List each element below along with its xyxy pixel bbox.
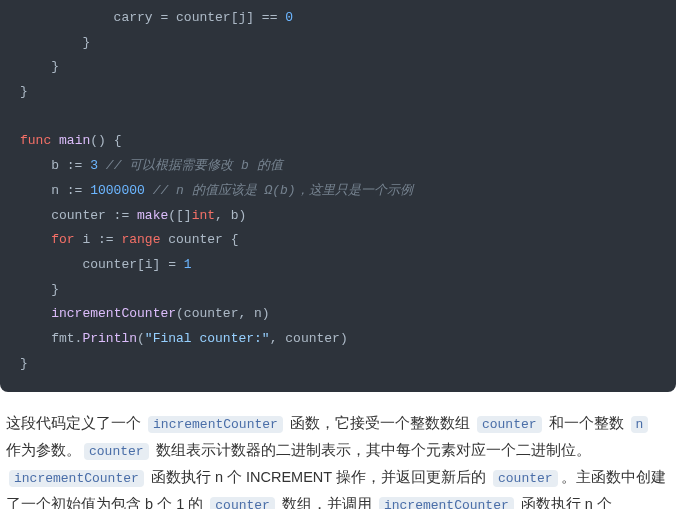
explanation-paragraph: 这段代码定义了一个 incrementCounter 函数，它接受一个整数数组 … <box>0 392 676 509</box>
code-line: b := 3 // 可以根据需要修改 b 的值 <box>20 158 283 173</box>
prose-text: 作为参数。 <box>6 442 81 458</box>
code-line: incrementCounter(counter, n) <box>20 306 270 321</box>
code-block: carry = counter[j] == 0 } } } func main(… <box>0 0 676 392</box>
code-line: counter[i] = 1 <box>20 257 192 272</box>
inline-code: counter <box>493 470 558 487</box>
code-line: } <box>20 356 28 371</box>
code-line: } <box>20 282 59 297</box>
prose-text: 数组表示计数器的二进制表示，其中每个元素对应一个二进制位。 <box>152 442 591 458</box>
inline-code: counter <box>210 497 275 509</box>
code-line: for i := range counter { <box>20 232 238 247</box>
inline-code: incrementCounter <box>379 497 514 509</box>
code-line: } <box>20 84 28 99</box>
prose-text: 这段代码定义了一个 <box>6 415 145 431</box>
inline-code: incrementCounter <box>9 470 144 487</box>
code-line: func main() { <box>20 133 121 148</box>
prose-text: 和一个整数 <box>545 415 628 431</box>
prose-text: 函数执行 n 个 INCREMENT 操作，并返回更新后的 <box>147 469 490 485</box>
prose-text: 函数，它接受一个整数数组 <box>286 415 474 431</box>
inline-code: counter <box>477 416 542 433</box>
code-line: } <box>20 59 59 74</box>
code-line: n := 1000000 // n 的值应该是 Ω(b)，这里只是一个示例 <box>20 183 413 198</box>
prose-text: 数组，并调用 <box>278 496 376 509</box>
code-line: counter := make([]int, b) <box>20 208 246 223</box>
inline-code: n <box>631 416 649 433</box>
inline-code: counter <box>84 443 149 460</box>
code-line: fmt.Println("Final counter:", counter) <box>20 331 348 346</box>
inline-code: incrementCounter <box>148 416 283 433</box>
code-line: carry = counter[j] == 0 <box>20 10 293 25</box>
code-line: } <box>20 35 90 50</box>
